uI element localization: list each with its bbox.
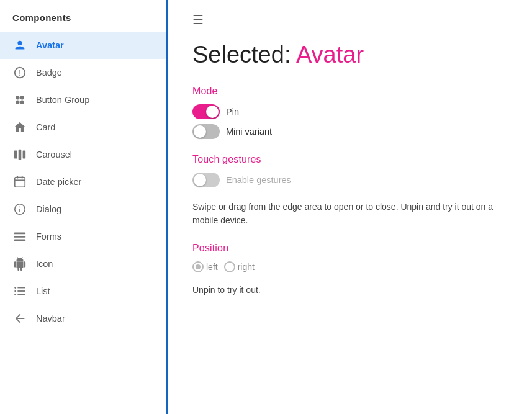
pin-toggle-label: Pin (226, 107, 239, 117)
svg-point-25 (14, 294, 16, 295)
pin-toggle-thumb (206, 106, 219, 118)
sidebar-item-date-picker[interactable]: Date picker (0, 168, 166, 196)
description-text: Swipe or drag from the edge area to open… (192, 200, 507, 228)
carousel-icon (12, 147, 27, 162)
hamburger-button[interactable]: ☰ (192, 12, 204, 27)
sidebar-label-icon: Icon (36, 259, 53, 269)
sidebar-item-icon[interactable]: Icon (0, 250, 166, 277)
forms-icon (12, 229, 27, 244)
svg-point-15 (19, 206, 20, 207)
mode-section: Mode Pin Mini variant (192, 86, 507, 139)
sidebar-label-forms: Forms (36, 232, 61, 241)
gestures-toggle-thumb (194, 174, 206, 186)
sidebar-item-card[interactable]: Card (0, 114, 166, 141)
card-icon (12, 120, 27, 135)
unpin-text: Unpin to try it out. (192, 285, 507, 295)
pin-toggle[interactable] (192, 104, 220, 119)
svg-point-3 (16, 96, 19, 99)
avatar-icon (12, 38, 27, 53)
position-label: Position (192, 243, 507, 254)
gestures-toggle-track (192, 173, 220, 187)
button-group-icon (12, 92, 27, 107)
sidebar-label-avatar: Avatar (36, 40, 64, 50)
radio-right-circle (224, 261, 235, 272)
mode-label: Mode (192, 86, 507, 97)
page-title-accent: Avatar (296, 42, 364, 68)
svg-text:!: ! (19, 69, 20, 78)
radio-left-circle (192, 261, 204, 272)
sidebar-label-button-group: Button Group (36, 95, 89, 105)
sidebar-label-badge: Badge (36, 68, 62, 78)
svg-point-6 (20, 100, 24, 104)
radio-left-label: left (206, 262, 218, 272)
svg-rect-8 (19, 150, 22, 160)
sidebar: Components Avatar ! Badge Button Group C… (0, 0, 168, 414)
date-picker-icon (12, 174, 27, 189)
sidebar-item-navbar[interactable]: Navbar (0, 305, 166, 332)
sidebar-item-button-group[interactable]: Button Group (0, 86, 166, 114)
mini-toggle-label: Mini variant (226, 127, 272, 137)
gestures-toggle-label: Enable gestures (226, 175, 291, 185)
touch-gestures-section: Touch gestures Enable gestures (192, 154, 507, 187)
sidebar-item-dialog[interactable]: Dialog (0, 196, 166, 223)
dialog-icon (12, 202, 27, 217)
mini-toggle-track (192, 124, 220, 139)
svg-point-24 (14, 290, 16, 292)
radio-left[interactable]: left (192, 261, 218, 272)
svg-rect-18 (14, 236, 25, 238)
page-title: Selected: Avatar (192, 42, 507, 68)
navbar-icon (12, 311, 27, 326)
gestures-toggle-row: Enable gestures (192, 173, 507, 187)
sidebar-item-list[interactable]: List (0, 277, 166, 305)
pin-toggle-track (192, 104, 220, 119)
svg-rect-9 (23, 151, 26, 159)
pin-toggle-row: Pin (192, 104, 507, 119)
sidebar-header: Components (0, 7, 166, 32)
svg-rect-7 (14, 151, 17, 159)
main-content: ☰ Selected: Avatar Mode Pin Mini variant (168, 0, 532, 414)
sidebar-label-card: Card (36, 122, 55, 132)
svg-point-23 (14, 287, 16, 289)
sidebar-item-carousel[interactable]: Carousel (0, 141, 166, 168)
svg-point-5 (16, 100, 19, 104)
svg-rect-10 (15, 178, 25, 187)
svg-rect-17 (14, 233, 25, 235)
sidebar-item-forms[interactable]: Forms (0, 223, 166, 250)
mini-toggle[interactable] (192, 124, 220, 139)
sidebar-item-avatar[interactable]: Avatar (0, 32, 166, 59)
icon-icon (12, 256, 27, 271)
gestures-toggle[interactable] (192, 173, 220, 187)
svg-point-0 (17, 41, 22, 45)
position-section: Position left right (192, 243, 507, 272)
position-radio-row: left right (192, 261, 507, 272)
touch-gestures-label: Touch gestures (192, 154, 507, 165)
svg-point-4 (20, 96, 24, 99)
list-icon (12, 284, 27, 299)
svg-rect-19 (14, 240, 25, 241)
mini-toggle-row: Mini variant (192, 124, 507, 139)
badge-icon: ! (12, 65, 27, 80)
sidebar-item-badge[interactable]: ! Badge (0, 59, 166, 86)
radio-right[interactable]: right (224, 261, 255, 272)
sidebar-label-carousel: Carousel (36, 150, 72, 160)
sidebar-label-list: List (36, 286, 50, 296)
page-title-static: Selected: (192, 42, 296, 68)
sidebar-label-navbar: Navbar (36, 313, 65, 323)
radio-right-label: right (238, 262, 255, 272)
mini-toggle-thumb (194, 125, 206, 138)
sidebar-label-dialog: Dialog (36, 204, 61, 214)
sidebar-label-date-picker: Date picker (36, 177, 81, 187)
